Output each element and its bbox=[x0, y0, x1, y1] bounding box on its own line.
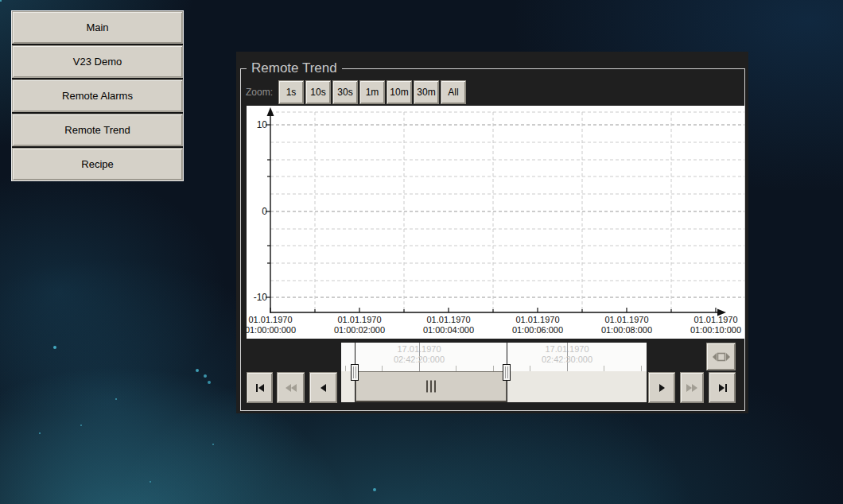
remote-trend-panel: Remote Trend Zoom: 1s 10s 30s 1m 10m 30m… bbox=[236, 52, 748, 413]
step-forward-button[interactable] bbox=[648, 372, 675, 403]
trend-chart[interactable]: 10 0 -10 01.01.197001:00:00:000 01.01.19… bbox=[247, 106, 744, 339]
step-forward-icon bbox=[655, 382, 668, 394]
ruler-tick bbox=[493, 366, 494, 371]
zoom-button-1s[interactable]: 1s bbox=[278, 80, 304, 104]
sidebar-item-remote-trend[interactable]: Remote Trend bbox=[12, 114, 183, 146]
ruler-tick bbox=[382, 366, 383, 371]
range-handle-right[interactable] bbox=[503, 364, 511, 381]
skip-to-start-button[interactable] bbox=[247, 372, 273, 403]
y-tick-label: 0 bbox=[247, 206, 267, 217]
sidebar-item-recipe[interactable]: Recipe bbox=[12, 148, 183, 180]
range-handle-left[interactable] bbox=[351, 364, 359, 381]
skip-to-end-button[interactable] bbox=[709, 372, 736, 403]
ruler-tick bbox=[530, 366, 530, 371]
fast-backward-button[interactable] bbox=[277, 372, 305, 403]
zoom-button-all[interactable]: All bbox=[441, 80, 466, 104]
sidebar-item-remote-alarms[interactable]: Remote Alarms bbox=[12, 79, 183, 112]
y-tick-label: 10 bbox=[247, 119, 267, 130]
x-tick-label: 01.01.197001:00:10:000 bbox=[684, 315, 744, 335]
fast-forward-button[interactable] bbox=[680, 372, 704, 403]
ruler-tick bbox=[456, 366, 456, 371]
ruler-tick bbox=[345, 366, 346, 371]
zoom-button-30m[interactable]: 30m bbox=[414, 80, 439, 104]
skip-to-start-icon bbox=[254, 382, 266, 394]
x-tick-label: 01.01.197001:00:06:000 bbox=[506, 315, 569, 335]
scrollbar-thumb[interactable] bbox=[355, 371, 507, 402]
zoom-label: Zoom: bbox=[246, 87, 273, 98]
sidebar: Main V23 Demo Remote Alarms Remote Trend… bbox=[11, 10, 184, 181]
skip-to-end-icon bbox=[716, 382, 728, 394]
range-zoom-button[interactable] bbox=[706, 343, 736, 370]
fast-forward-icon bbox=[685, 382, 699, 394]
ruler-marker-label: 17.01.197002:42:30:000 bbox=[531, 344, 603, 365]
sidebar-item-v23-demo[interactable]: V23 Demo bbox=[12, 45, 183, 78]
fast-backward-icon bbox=[284, 382, 298, 394]
time-scrollbar-track[interactable] bbox=[341, 371, 647, 402]
x-tick-label: 01.01.197001:00:08:000 bbox=[595, 315, 658, 335]
x-tick-label: 01.01.197001:00:02:000 bbox=[328, 315, 391, 335]
ruler-tick bbox=[604, 366, 604, 371]
zoom-toolbar: Zoom: 1s 10s 30s 1m 10m 30m All bbox=[246, 80, 468, 104]
background-smoke-dots bbox=[0, 0, 2, 2]
chart-grid-and-axes bbox=[247, 106, 744, 339]
zoom-button-1m[interactable]: 1m bbox=[359, 80, 385, 104]
step-backward-icon bbox=[317, 382, 330, 394]
x-tick-label: 01.01.197001:00:04:000 bbox=[417, 315, 480, 335]
time-range-ruler[interactable]: 17.01.197002:42:20:000 17.01.197002:42:3… bbox=[341, 343, 647, 371]
y-tick-label: -10 bbox=[247, 292, 267, 303]
zoom-button-10m[interactable]: 10m bbox=[387, 80, 412, 104]
x-tick-label: 01.01.197001:00:00:000 bbox=[247, 315, 302, 335]
zoom-button-30s[interactable]: 30s bbox=[332, 80, 358, 104]
thumb-grip-icon bbox=[426, 381, 436, 393]
sidebar-item-main[interactable]: Main bbox=[12, 11, 183, 44]
zoom-button-10s[interactable]: 10s bbox=[305, 80, 331, 104]
panel-title: Remote Trend bbox=[247, 60, 342, 76]
step-backward-button[interactable] bbox=[309, 372, 337, 403]
ruler-tick bbox=[641, 366, 642, 371]
range-zoom-icon bbox=[712, 350, 731, 364]
ruler-marker-label: 17.01.197002:42:20:000 bbox=[383, 344, 455, 365]
